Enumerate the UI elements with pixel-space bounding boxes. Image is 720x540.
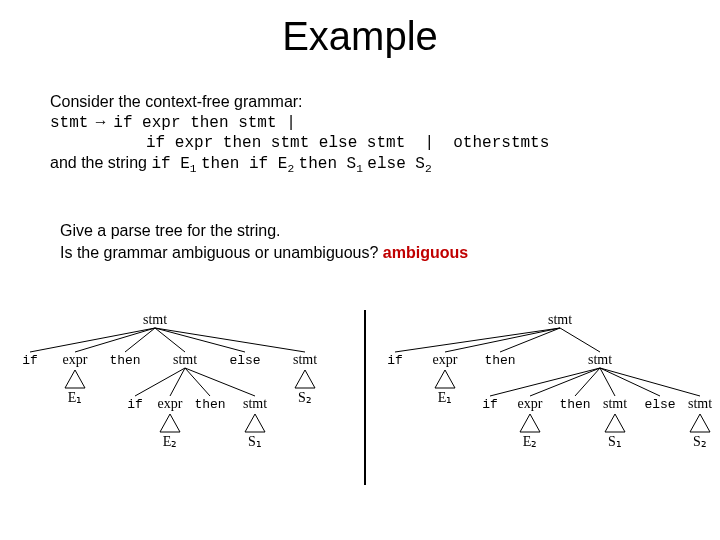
node-expr: expr [63,352,88,367]
leaf-e2: E₂ [163,434,178,449]
grammar-string-sub2: 2 [287,163,294,175]
question-2-answer: ambiguous [383,244,468,261]
grammar-prod-1: stmt → if expr then stmt | [50,112,549,133]
grammar-intro: Consider the context-free grammar: [50,92,549,112]
question-1: Give a parse tree for the string. [60,220,468,242]
leaf-s2: S₂ [298,390,312,405]
node-stmt: stmt [548,312,572,327]
grammar-string-intro: and the string [50,154,151,171]
node-stmt: stmt [143,312,167,327]
svg-line-15 [445,328,560,352]
grammar-lhs: stmt [50,114,88,132]
svg-marker-26 [605,414,625,432]
slide: Example Consider the context-free gramma… [0,0,720,540]
svg-marker-27 [690,414,710,432]
svg-marker-6 [65,370,85,388]
question-2: Is the grammar ambiguous or unambiguous?… [60,242,468,264]
leaf-e1: E₁ [438,390,453,405]
svg-line-14 [395,328,560,352]
grammar-string-part3: then S [299,155,357,173]
grammar-string-sub4: 2 [425,163,432,175]
node-then: then [484,353,515,368]
node-if: if [482,397,498,412]
svg-line-0 [30,328,155,352]
svg-line-19 [490,368,600,396]
leaf-e2: E₂ [523,434,538,449]
svg-marker-7 [295,370,315,388]
leaf-s1: S₁ [248,434,262,449]
parse-trees: stmt if expr then stmt else stmt E₁ S₂ [10,310,710,510]
grammar-prod-2: if expr then stmt else stmt | otherstmts [50,133,549,153]
grammar-string-sub1: 1 [190,163,197,175]
parse-tree-right: stmt if expr then stmt E₁ if expr then s… [370,310,715,500]
svg-line-11 [185,368,255,396]
svg-line-1 [75,328,155,352]
arrow-icon: → [93,113,109,130]
node-stmt: stmt [688,396,712,411]
grammar-block: Consider the context-free grammar: stmt … [50,92,549,176]
leaf-s2: S₂ [693,434,707,449]
node-expr: expr [433,352,458,367]
grammar-rhs-1: if expr then stmt | [113,114,295,132]
node-then: then [194,397,225,412]
node-then: then [559,397,590,412]
svg-marker-12 [160,414,180,432]
grammar-string: and the string if E1 then if E2 then S1 … [50,153,549,176]
svg-line-21 [575,368,600,396]
svg-line-17 [560,328,600,352]
svg-marker-25 [520,414,540,432]
grammar-string-sub3: 1 [356,163,363,175]
parse-tree-left: stmt if expr then stmt else stmt E₁ S₂ [10,310,355,500]
svg-marker-13 [245,414,265,432]
svg-line-20 [530,368,600,396]
svg-line-16 [500,328,560,352]
node-else: else [644,397,675,412]
questions-block: Give a parse tree for the string. Is the… [60,220,468,263]
svg-line-2 [125,328,155,352]
grammar-string-part2: then if E [201,155,287,173]
node-if: if [387,353,403,368]
node-expr: expr [518,396,543,411]
node-stmt: stmt [603,396,627,411]
node-stmt: stmt [243,396,267,411]
svg-marker-18 [435,370,455,388]
leaf-e1: E₁ [68,390,83,405]
question-2-text: Is the grammar ambiguous or unambiguous? [60,244,383,261]
leaf-s1: S₁ [608,434,622,449]
node-if: if [127,397,143,412]
tree-divider [364,310,366,485]
node-stmt: stmt [293,352,317,367]
svg-line-22 [600,368,615,396]
svg-line-10 [185,368,210,396]
grammar-string-part1: if E [151,155,189,173]
node-then: then [109,353,140,368]
node-if: if [22,353,38,368]
node-stmt: stmt [173,352,197,367]
node-expr: expr [158,396,183,411]
node-stmt: stmt [588,352,612,367]
page-title: Example [0,0,720,65]
grammar-string-part4: else S [367,155,425,173]
node-else: else [229,353,260,368]
